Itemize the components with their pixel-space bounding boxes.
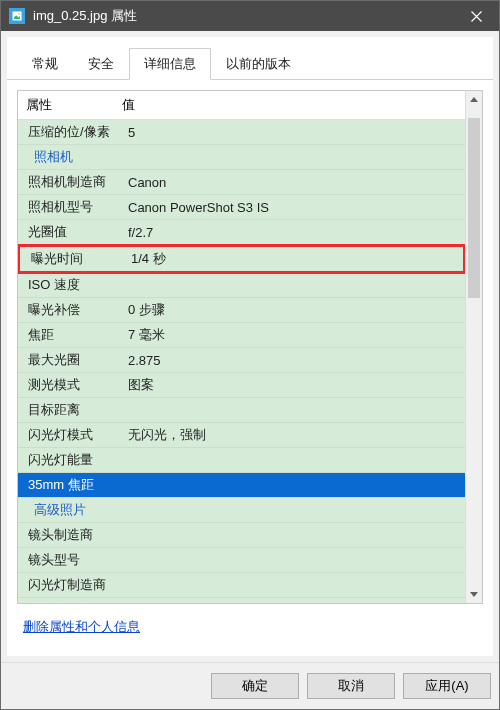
prop-value: f/2.7: [128, 225, 465, 240]
titlebar: img_0.25.jpg 属性: [1, 1, 499, 31]
prop-label: 目标距离: [28, 401, 128, 419]
tab-details[interactable]: 详细信息: [129, 48, 211, 80]
tab-general[interactable]: 常规: [17, 48, 73, 80]
prop-label: 照相机制造商: [28, 173, 128, 191]
svg-point-2: [18, 13, 20, 15]
row-35mm-focal[interactable]: 35mm 焦距: [18, 473, 465, 498]
prop-value: Canon: [128, 175, 465, 190]
prop-label: 闪光灯模式: [28, 426, 128, 444]
remove-properties-link[interactable]: 删除属性和个人信息: [23, 619, 140, 634]
section-camera: 照相机: [18, 145, 465, 170]
prop-label: 光圈值: [28, 223, 128, 241]
scroll-up-arrow[interactable]: [466, 91, 482, 108]
prop-label: 35mm 焦距: [28, 476, 128, 494]
dialog-buttons: 确定 取消 应用(A): [1, 662, 499, 709]
prop-label: 最大光圈: [28, 351, 128, 369]
scroll-thumb[interactable]: [468, 118, 480, 298]
prop-label: 压缩的位/像素: [28, 123, 128, 141]
prop-label: 曝光补偿: [28, 301, 128, 319]
file-icon: [9, 8, 25, 24]
prop-label: 闪光灯型号: [28, 601, 128, 603]
scroll-track[interactable]: [466, 108, 482, 586]
row-subject-distance[interactable]: 目标距离: [18, 398, 465, 423]
row-flash-energy[interactable]: 闪光灯能量: [18, 448, 465, 473]
row-camera-model[interactable]: 照相机型号 Canon PowerShot S3 IS: [18, 195, 465, 220]
prop-value: 图案: [128, 376, 465, 394]
row-flash-model[interactable]: 闪光灯型号: [18, 598, 465, 603]
column-value[interactable]: 值: [114, 91, 465, 119]
tab-previous-versions[interactable]: 以前的版本: [211, 48, 306, 80]
prop-value: 5: [128, 125, 465, 140]
prop-value: Canon PowerShot S3 IS: [128, 200, 465, 215]
prop-label: 镜头型号: [28, 551, 128, 569]
prop-label: 镜头制造商: [28, 526, 128, 544]
row-lens-model[interactable]: 镜头型号: [18, 548, 465, 573]
row-metering[interactable]: 测光模式 图案: [18, 373, 465, 398]
prop-label: 测光模式: [28, 376, 128, 394]
svg-marker-3: [470, 97, 478, 102]
cancel-button[interactable]: 取消: [307, 673, 395, 699]
row-fnumber[interactable]: 光圈值 f/2.7: [18, 220, 465, 245]
remove-properties-row: 删除属性和个人信息: [17, 604, 483, 646]
section-label: 高级照片: [28, 501, 128, 519]
property-grid: 属性 值 压缩的位/像素 5 照相机 照相机制造商 Canon: [17, 90, 483, 604]
tab-strip: 常规 安全 详细信息 以前的版本: [7, 37, 493, 80]
row-iso[interactable]: ISO 速度: [18, 273, 465, 298]
row-exposure-bias[interactable]: 曝光补偿 0 步骤: [18, 298, 465, 323]
prop-value: 0 步骤: [128, 301, 465, 319]
row-camera-maker[interactable]: 照相机制造商 Canon: [18, 170, 465, 195]
prop-label: 闪光灯制造商: [28, 576, 128, 594]
grid-header: 属性 值: [18, 91, 465, 120]
section-label: 照相机: [28, 148, 128, 166]
tab-security[interactable]: 安全: [73, 48, 129, 80]
tab-content: 属性 值 压缩的位/像素 5 照相机 照相机制造商 Canon: [7, 80, 493, 656]
row-exposure-time[interactable]: 曝光时间 1/4 秒: [18, 244, 465, 274]
prop-value: 2.875: [128, 353, 465, 368]
vertical-scrollbar[interactable]: [465, 91, 482, 603]
row-lens-maker[interactable]: 镜头制造商: [18, 523, 465, 548]
apply-button[interactable]: 应用(A): [403, 673, 491, 699]
row-max-aperture[interactable]: 最大光圈 2.875: [18, 348, 465, 373]
properties-window: img_0.25.jpg 属性 常规 安全 详细信息 以前的版本 属性 值 压缩…: [0, 0, 500, 710]
prop-label: 闪光灯能量: [28, 451, 128, 469]
prop-label: 焦距: [28, 326, 128, 344]
ok-button[interactable]: 确定: [211, 673, 299, 699]
row-flash-maker[interactable]: 闪光灯制造商: [18, 573, 465, 598]
prop-value: 7 毫米: [128, 326, 465, 344]
close-button[interactable]: [453, 1, 499, 31]
column-property[interactable]: 属性: [18, 91, 114, 119]
prop-label: ISO 速度: [28, 276, 128, 294]
svg-marker-4: [470, 592, 478, 597]
row-focal-length[interactable]: 焦距 7 毫米: [18, 323, 465, 348]
prop-value: 1/4 秒: [131, 250, 463, 268]
row-compressed-bits[interactable]: 压缩的位/像素 5: [18, 120, 465, 145]
scroll-down-arrow[interactable]: [466, 586, 482, 603]
prop-label: 曝光时间: [31, 250, 131, 268]
prop-label: 照相机型号: [28, 198, 128, 216]
grid-body: 压缩的位/像素 5 照相机 照相机制造商 Canon 照相机型号 Canon P…: [18, 120, 465, 603]
section-advanced-photo: 高级照片: [18, 498, 465, 523]
row-flash-mode[interactable]: 闪光灯模式 无闪光，强制: [18, 423, 465, 448]
prop-value: 无闪光，强制: [128, 426, 465, 444]
window-title: img_0.25.jpg 属性: [33, 7, 453, 25]
